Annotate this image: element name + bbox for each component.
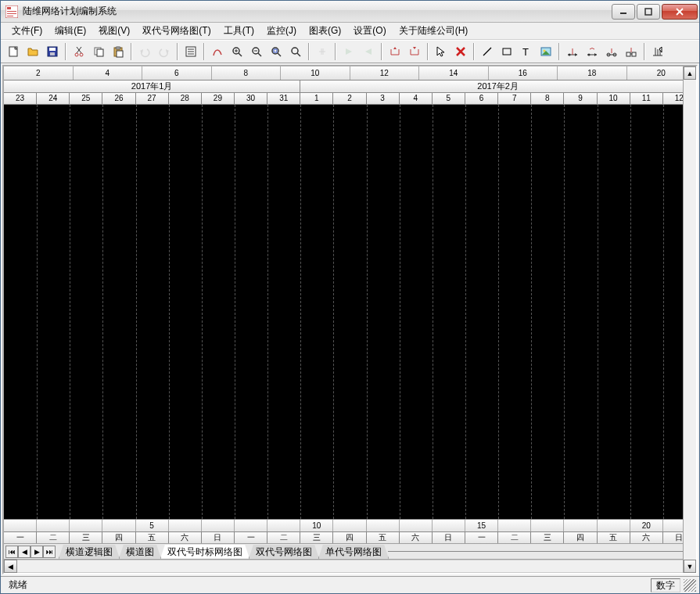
delete-icon[interactable] — [451, 42, 470, 61]
node-c-icon[interactable] — [602, 42, 621, 61]
svg-text:T: T — [522, 46, 529, 58]
weekday-cell: 日 — [433, 532, 465, 543]
ruler-tick — [4, 520, 37, 531]
new-icon[interactable] — [4, 42, 23, 61]
weekday-cell: 六 — [400, 532, 433, 543]
svg-point-37 — [272, 48, 278, 54]
menu-edit[interactable]: 编辑(E) — [48, 23, 92, 39]
tab-prev-button[interactable]: ◀ — [18, 546, 31, 558]
vscrollbar[interactable]: ▲ ▼ — [683, 66, 696, 573]
close-button[interactable] — [662, 4, 698, 20]
tab-next-button[interactable]: ▶ — [31, 546, 43, 558]
ruler-tick — [70, 520, 102, 531]
svg-marker-45 — [346, 48, 352, 55]
node-d-icon[interactable] — [622, 42, 641, 61]
weekday-cell: 日 — [202, 532, 235, 543]
zoom-in-icon[interactable] — [228, 42, 246, 61]
day-cell: 3 — [367, 93, 400, 104]
day-cell: 1 — [300, 93, 333, 104]
open-icon[interactable] — [23, 42, 42, 61]
day-cell: 11 — [630, 93, 663, 104]
scroll-down-button[interactable]: ▼ — [684, 560, 696, 573]
weekday-cell: 五 — [598, 532, 630, 543]
svg-rect-39 — [274, 49, 277, 52]
svg-marker-70 — [594, 53, 597, 56]
weekday-row: 一二三四五六日一二三四五六日一二三四五六日 — [4, 531, 696, 543]
menu-tools[interactable]: 工具(T) — [217, 23, 260, 39]
tab-gantt-logic[interactable]: 横道逻辑图 — [59, 545, 120, 559]
ruler-tick: 18 — [558, 66, 627, 80]
svg-rect-13 — [49, 48, 56, 51]
menu-file[interactable]: 文件(F) — [5, 23, 48, 39]
menu-settings[interactable]: 设置(O) — [347, 23, 392, 39]
weekday-cell: 一 — [235, 532, 267, 543]
ruler-tick — [498, 520, 531, 531]
svg-line-35 — [258, 53, 261, 56]
tab-time-network[interactable]: 双代号时标网络图 — [160, 545, 249, 559]
day-cell: 30 — [235, 93, 267, 104]
image-icon[interactable] — [537, 42, 555, 61]
svg-point-69 — [588, 54, 591, 56]
link-end-icon[interactable] — [405, 42, 424, 61]
list-icon[interactable] — [181, 42, 200, 61]
menu-view[interactable]: 视图(V) — [92, 23, 136, 39]
hand-draw-icon[interactable] — [208, 42, 227, 61]
undo-icon[interactable] — [135, 42, 154, 61]
tab-last-button[interactable]: ⏭ — [43, 546, 56, 558]
ruler-tick — [267, 520, 300, 531]
line-icon[interactable] — [478, 42, 497, 61]
cut-icon[interactable] — [70, 42, 88, 61]
ruler-top: 2468101214161820 — [4, 66, 696, 81]
milestone-icon[interactable] — [648, 42, 667, 61]
svg-rect-22 — [116, 47, 120, 49]
menu-about[interactable]: 关于陆维公司(H) — [393, 23, 475, 39]
canvas[interactable] — [4, 105, 696, 519]
minimize-button[interactable] — [612, 4, 635, 20]
collapse-icon[interactable] — [313, 42, 332, 61]
ruler-tick: 4 — [74, 66, 143, 80]
menubar: 文件(F) 编辑(E) 视图(V) 双代号网络图(T) 工具(T) 监控(J) … — [1, 23, 699, 40]
hscrollbar[interactable]: ◀ ▶ — [4, 559, 696, 573]
day-cell: 8 — [531, 93, 564, 104]
link-start-icon[interactable] — [386, 42, 404, 61]
tab-first-button[interactable]: ⏮ — [5, 546, 18, 558]
tab-double-network[interactable]: 双代号网络图 — [249, 545, 319, 559]
svg-rect-76 — [632, 52, 636, 56]
paste-icon[interactable] — [109, 42, 127, 61]
day-cell: 2 — [333, 93, 366, 104]
select-icon[interactable] — [432, 42, 451, 61]
ruler-tick — [433, 520, 465, 531]
arrow-right-icon[interactable] — [339, 42, 358, 61]
day-cell: 23 — [4, 93, 37, 104]
arrow-left-icon[interactable] — [359, 42, 378, 61]
weekday-cell: 四 — [564, 532, 597, 543]
menu-monitor[interactable]: 监控(J) — [260, 23, 303, 39]
text-icon[interactable]: T — [517, 42, 536, 61]
copy-icon[interactable] — [89, 42, 108, 61]
node-a-icon[interactable] — [563, 42, 582, 61]
zoom-fit-icon[interactable] — [267, 42, 285, 61]
ruler-tick: 2 — [4, 66, 74, 80]
node-b-icon[interactable] — [583, 42, 601, 61]
scroll-up-button[interactable]: ▲ — [684, 66, 696, 80]
rect-icon[interactable] — [497, 42, 516, 61]
tab-gantt[interactable]: 横道图 — [119, 545, 161, 559]
zoom-out-icon[interactable] — [247, 42, 266, 61]
menu-network[interactable]: 双代号网络图(T) — [136, 23, 217, 39]
day-cell: 25 — [70, 93, 102, 104]
svg-rect-20 — [97, 49, 103, 56]
maximize-button[interactable] — [637, 4, 660, 20]
ruler-tick — [102, 520, 135, 531]
tab-single-network[interactable]: 单代号网络图 — [318, 545, 389, 559]
resize-grip[interactable] — [684, 579, 696, 592]
window-title: 陆维网络计划编制系统 — [23, 5, 612, 18]
vscroll-track[interactable] — [684, 80, 696, 560]
hscroll-track[interactable] — [17, 560, 683, 573]
svg-rect-2 — [7, 11, 16, 12]
scroll-left-button[interactable]: ◀ — [4, 560, 17, 573]
save-icon[interactable] — [43, 42, 62, 61]
svg-point-40 — [292, 48, 298, 54]
zoom-100-icon[interactable] — [286, 42, 305, 61]
redo-icon[interactable] — [155, 42, 174, 61]
menu-chart[interactable]: 图表(G) — [303, 23, 347, 39]
